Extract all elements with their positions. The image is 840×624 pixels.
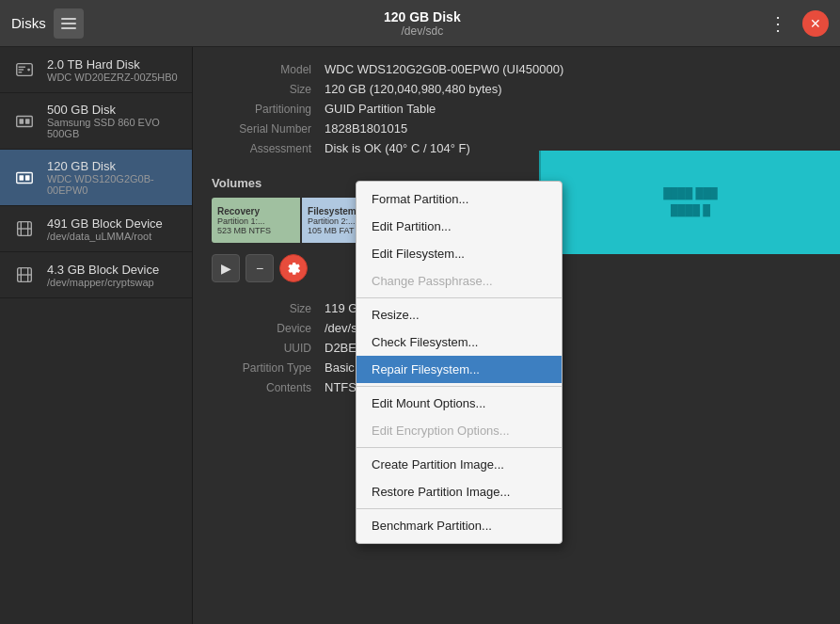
sidebar-item-block491-name: 491 GB Block Device <box>47 216 163 231</box>
menu-item-repair-fs[interactable]: Repair Filesystem... <box>357 356 562 383</box>
sidebar-item-hdd1-name: 2.0 TB Hard Disk <box>47 57 178 72</box>
serial-label: Serial Number <box>212 122 325 136</box>
recovery-seg-note: 523 MB NTFS <box>217 226 294 235</box>
menu-button[interactable] <box>54 8 84 39</box>
menu-item-change-passphrase: Change Passphrase... <box>357 267 562 295</box>
sidebar-item-sdc-sub: WDC WDS120G2G0B-00EPW0 <box>47 173 181 196</box>
sidebar-item-block491-sub: /dev/data_uLMMA/root <box>47 231 163 242</box>
svg-rect-9 <box>20 175 24 181</box>
menu-item-create-image[interactable]: Create Partition Image... <box>357 451 562 478</box>
menu-item-benchmark[interactable]: Benchmark Partition... <box>357 512 562 539</box>
sidebar-item-block43-info: 4.3 GB Block Device /dev/mapper/cryptswa… <box>47 263 159 288</box>
sidebar-item-hdd1-info: 2.0 TB Hard Disk WDC WD20EZRZ-00Z5HB0 <box>47 57 178 83</box>
assessment-value: Disk is OK (40° C / 104° F) <box>325 141 470 155</box>
menu-separator <box>357 447 562 448</box>
header-right: ⋮ ✕ <box>761 8 829 39</box>
sidebar-item-block43-sub: /dev/mapper/cryptswap <box>47 277 159 288</box>
ssd-icon-500 <box>11 108 38 135</box>
menu-item-check-fs[interactable]: Check Filesystem... <box>357 328 562 356</box>
part-type-label: Partition Type <box>212 361 325 375</box>
menu-separator <box>357 297 562 298</box>
svg-rect-10 <box>25 175 30 181</box>
block-icon-491 <box>11 216 38 242</box>
size-value-disk: 120 GB (120,040,980,480 bytes) <box>325 82 502 96</box>
partition-visual: ████ ███ ████ █ <box>539 151 840 254</box>
disk-device: /dev/sdc <box>84 24 761 38</box>
app-header: Disks 120 GB Disk /dev/sdc ⋮ ✕ <box>0 0 840 47</box>
menu-item-edit-filesystem[interactable]: Edit Filesystem... <box>357 240 562 267</box>
assessment-label: Assessment <box>212 142 325 155</box>
svg-rect-7 <box>25 119 30 124</box>
sidebar-item-block491-info: 491 GB Block Device /dev/data_uLMMA/root <box>47 216 163 242</box>
gear-button[interactable] <box>279 254 308 282</box>
sidebar-item-sdc[interactable]: 120 GB Disk WDC WDS120G2G0B-00EPW0 <box>0 150 192 206</box>
block-icon-43 <box>11 262 38 288</box>
svg-point-1 <box>27 69 30 72</box>
partitioning-value: GUID Partition Table <box>325 102 436 116</box>
sidebar-item-ssd500-name: 500 GB Disk <box>47 103 181 117</box>
play-button[interactable]: ▶ <box>212 254 240 282</box>
overflow-menu-button[interactable]: ⋮ <box>761 8 795 39</box>
sidebar-item-block43[interactable]: 4.3 GB Block Device /dev/mapper/cryptswa… <box>0 252 192 298</box>
model-row: Model WDC WDS120G2G0B-00EPW0 (UI450000) <box>212 62 821 76</box>
header-title-block: 120 GB Disk /dev/sdc <box>84 9 761 38</box>
serial-value: 1828B1801015 <box>325 121 407 136</box>
sidebar-item-ssd500-info: 500 GB Disk Samsung SSD 860 EVO 500GB <box>47 103 181 139</box>
app-title: Disks <box>11 15 46 31</box>
hdd-icon <box>11 56 38 83</box>
partition-visual-text: ████ ███ ████ █ <box>663 185 718 218</box>
disk-title: 120 GB Disk <box>84 9 761 24</box>
sidebar-item-sdc-info: 120 GB Disk WDC WDS120G2G0B-00EPW0 <box>47 159 181 196</box>
partition-segment-recovery[interactable]: Recovery Partition 1:... 523 MB NTFS <box>212 198 300 243</box>
menu-item-edit-encryption: Edit Encryption Options... <box>357 417 562 444</box>
svg-rect-8 <box>17 172 33 183</box>
svg-rect-6 <box>20 119 24 124</box>
recovery-seg-name: Recovery <box>217 206 294 216</box>
sidebar-item-block43-name: 4.3 GB Block Device <box>47 263 159 277</box>
minus-button[interactable]: − <box>246 254 274 282</box>
menu-item-restore-image[interactable]: Restore Partition Image... <box>357 478 562 505</box>
hamburger-icon <box>61 18 76 29</box>
part-device-label: Device <box>212 322 325 335</box>
size-row-disk: Size 120 GB (120,040,980,480 bytes) <box>212 82 821 96</box>
recovery-seg-sub: Partition 1:... <box>217 216 294 226</box>
model-value: WDC WDS120G2G0B-00EPW0 (UI450000) <box>325 62 563 76</box>
sidebar-item-hdd1-sub: WDC WD20EZRZ-00Z5HB0 <box>47 72 178 83</box>
partitioning-label: Partitioning <box>212 103 325 116</box>
svg-rect-5 <box>17 116 33 126</box>
menu-item-format[interactable]: Format Partition... <box>357 185 562 213</box>
sidebar-item-ssd500[interactable]: 500 GB Disk Samsung SSD 860 EVO 500GB <box>0 93 192 150</box>
menu-separator <box>357 508 562 509</box>
part-uuid-label: UUID <box>212 342 325 355</box>
model-label: Model <box>212 63 325 76</box>
ssd-icon-120 <box>11 165 38 191</box>
menu-item-edit-mount[interactable]: Edit Mount Options... <box>357 390 562 417</box>
context-menu: Format Partition...Edit Partition...Edit… <box>356 181 563 544</box>
menu-separator <box>357 386 562 387</box>
size-label-disk: Size <box>212 83 325 96</box>
sidebar-item-ssd500-sub: Samsung SSD 860 EVO 500GB <box>47 117 181 139</box>
partitioning-row: Partitioning GUID Partition Table <box>212 102 821 116</box>
part-contents-label: Contents <box>212 381 325 394</box>
sidebar-item-sdc-name: 120 GB Disk <box>47 159 181 173</box>
menu-item-edit-partition[interactable]: Edit Partition... <box>357 213 562 240</box>
menu-item-resize[interactable]: Resize... <box>357 301 562 328</box>
sidebar: 2.0 TB Hard Disk WDC WD20EZRZ-00Z5HB0 50… <box>0 47 193 624</box>
part-size-label: Size <box>212 302 325 315</box>
serial-row: Serial Number 1828B1801015 <box>212 121 821 136</box>
gear-icon <box>286 261 301 276</box>
header-left: Disks <box>11 8 84 39</box>
sidebar-item-block491[interactable]: 491 GB Block Device /dev/data_uLMMA/root <box>0 206 192 252</box>
sidebar-item-hdd1[interactable]: 2.0 TB Hard Disk WDC WD20EZRZ-00Z5HB0 <box>0 47 192 93</box>
close-button[interactable]: ✕ <box>802 10 829 37</box>
